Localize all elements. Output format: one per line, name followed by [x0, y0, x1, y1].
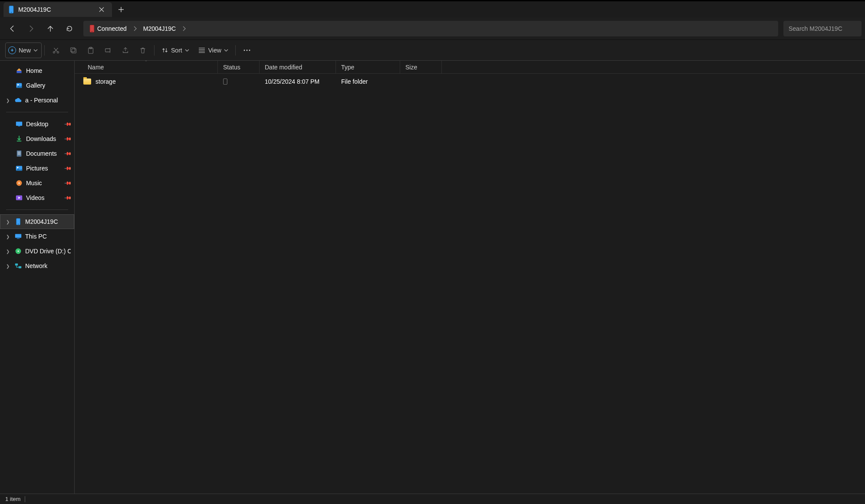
sidebar-item-gallery[interactable]: Gallery — [0, 78, 74, 93]
sidebar-divider — [6, 112, 68, 112]
chevron-right-icon[interactable] — [132, 26, 138, 31]
sidebar-item-music[interactable]: Music 📌 — [0, 176, 74, 190]
list-item[interactable]: storage 10/25/2024 8:07 PM File folder — [75, 74, 865, 89]
item-status — [218, 79, 260, 85]
chevron-down-icon — [185, 48, 189, 52]
column-header-label: Status — [223, 64, 240, 71]
chevron-right-icon[interactable]: ❯ — [6, 249, 10, 254]
view-icon — [198, 47, 206, 53]
search-box[interactable] — [783, 21, 862, 36]
sort-button-label: Sort — [171, 47, 182, 54]
search-input[interactable] — [789, 25, 856, 32]
svg-point-12 — [246, 49, 247, 51]
sidebar-item-label: M2004J19C — [25, 218, 58, 225]
column-header-type[interactable]: Type — [336, 61, 400, 73]
cut-button[interactable] — [47, 43, 65, 58]
sidebar-item-label: Desktop — [26, 121, 48, 128]
paste-button[interactable] — [82, 43, 99, 58]
svg-point-13 — [249, 49, 250, 51]
chevron-right-icon[interactable]: ❯ — [6, 234, 10, 239]
close-tab-button[interactable] — [95, 3, 108, 16]
sidebar-divider — [6, 209, 68, 210]
column-header-size[interactable]: Size — [400, 61, 442, 73]
forward-button[interactable] — [23, 21, 40, 36]
sidebar-item-home[interactable]: Home — [0, 63, 74, 78]
chevron-down-icon — [224, 48, 228, 52]
view-button-label: View — [208, 47, 221, 54]
sort-ascending-icon: ˄ — [145, 61, 147, 64]
this-pc-icon — [15, 233, 22, 240]
sidebar-item-label: This PC — [25, 233, 47, 240]
breadcrumb-part-label: M2004J19C — [143, 25, 176, 32]
sidebar-item-network[interactable]: ❯ Network — [0, 259, 74, 273]
svg-rect-30 — [15, 263, 18, 265]
chevron-right-icon[interactable]: ❯ — [6, 98, 10, 103]
sidebar-item-label: DVD Drive (D:) CCC — [25, 248, 71, 255]
tab[interactable]: M2004J19C — [3, 2, 112, 17]
new-tab-button[interactable] — [114, 3, 128, 16]
dvd-icon — [15, 248, 22, 255]
up-button[interactable] — [42, 21, 59, 36]
svg-point-15 — [17, 84, 19, 85]
svg-rect-27 — [17, 238, 20, 239]
sidebar-item-onedrive[interactable]: ❯ a - Personal — [0, 93, 74, 108]
svg-point-25 — [18, 224, 19, 225]
sidebar-item-pictures[interactable]: Pictures 📌 — [0, 161, 74, 176]
music-icon — [16, 180, 23, 187]
sidebar-item-downloads[interactable]: Downloads 📌 — [0, 131, 74, 146]
column-header-date[interactable]: Date modified — [260, 61, 336, 73]
refresh-button[interactable] — [61, 21, 78, 36]
view-button[interactable]: View — [194, 43, 233, 58]
item-date: 10/25/2024 8:07 PM — [265, 78, 319, 85]
sidebar-item-desktop[interactable]: Desktop 📌 — [0, 117, 74, 131]
sidebar-item-dvd[interactable]: ❯ DVD Drive (D:) CCC — [0, 244, 74, 259]
chevron-right-icon[interactable]: ❯ — [6, 219, 10, 224]
sort-button[interactable]: Sort — [157, 43, 194, 58]
sidebar-item-label: Network — [25, 262, 47, 269]
svg-rect-26 — [15, 234, 21, 238]
sidebar: Home Gallery ❯ a - Personal Desktop 📌 Do… — [0, 61, 75, 494]
column-header-label: Size — [405, 64, 417, 71]
share-button[interactable] — [117, 43, 134, 58]
separator — [25, 496, 25, 502]
copy-button[interactable] — [65, 43, 82, 58]
more-button[interactable] — [238, 43, 256, 58]
sidebar-item-documents[interactable]: Documents 📌 — [0, 146, 74, 161]
delete-button[interactable] — [134, 43, 151, 58]
svg-rect-32 — [224, 79, 227, 84]
folder-icon — [83, 79, 91, 85]
pin-icon: 📌 — [63, 179, 72, 187]
svg-point-3 — [92, 31, 92, 32]
videos-icon — [16, 194, 23, 201]
tab-bar: M2004J19C — [0, 1, 865, 17]
svg-rect-6 — [72, 49, 76, 53]
chevron-right-icon[interactable]: ❯ — [6, 264, 10, 268]
pin-icon: 📌 — [63, 193, 72, 202]
file-list[interactable]: storage 10/25/2024 8:07 PM File folder — [75, 74, 865, 494]
svg-point-20 — [17, 167, 18, 168]
sidebar-item-label: Downloads — [26, 135, 56, 142]
new-button[interactable]: + New — [5, 43, 42, 58]
sidebar-item-label: Pictures — [26, 165, 48, 172]
sidebar-item-this-pc[interactable]: ❯ This PC — [0, 229, 74, 244]
rename-button[interactable] — [99, 43, 117, 58]
svg-point-22 — [18, 182, 20, 183]
chevron-right-icon[interactable] — [181, 26, 187, 31]
sidebar-item-device[interactable]: ❯ M2004J19C — [0, 214, 74, 229]
breadcrumb-part[interactable]: M2004J19C — [141, 25, 179, 32]
breadcrumb-root[interactable]: Connected — [87, 25, 129, 33]
navigation-row: Connected M2004J19C — [0, 17, 865, 40]
sidebar-item-label: Gallery — [26, 82, 45, 89]
toolbar: + New Sort View — [0, 40, 865, 61]
pin-icon: 📌 — [63, 134, 72, 143]
column-header-name[interactable]: ˄ Name — [75, 61, 218, 73]
back-button[interactable] — [3, 21, 21, 36]
column-header-status[interactable]: Status — [218, 61, 260, 73]
sidebar-item-videos[interactable]: Videos 📌 — [0, 190, 74, 205]
sidebar-item-label: Videos — [26, 194, 45, 201]
sidebar-item-label: Music — [26, 180, 42, 187]
svg-point-1 — [11, 12, 12, 13]
sort-icon — [161, 47, 168, 54]
downloads-icon — [16, 135, 23, 142]
address-bar[interactable]: Connected M2004J19C — [83, 21, 778, 36]
